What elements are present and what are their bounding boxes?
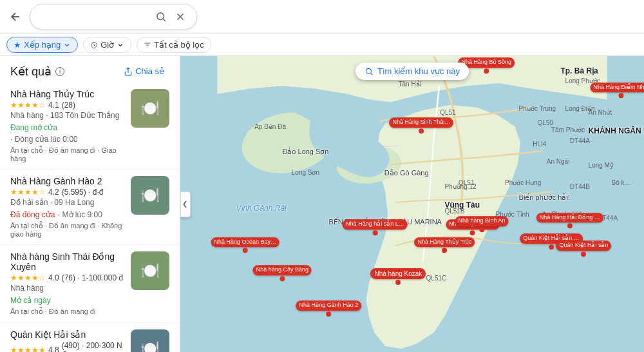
road-label: QL51 <box>440 109 455 116</box>
collapse-icon <box>183 200 188 208</box>
stars: ★★★★☆ <box>10 273 46 282</box>
pin-label: Nhà Hàng Sinh Thái… <box>389 117 453 128</box>
sort-icon: ★ <box>14 40 21 50</box>
all-filters-label: Tất cả bộ lọc <box>154 40 204 50</box>
collapse-sidebar-button[interactable] <box>180 191 191 217</box>
map-pin[interactable]: Nhà Hàng Thủy Trúc <box>414 237 475 253</box>
map-pin[interactable]: Nhà hàng Bình An <box>455 216 508 232</box>
map-pin[interactable]: Nhà Hàng Sinh Thái… <box>389 117 453 133</box>
review-count: (28) <box>62 101 75 110</box>
map-pin[interactable]: Nhà Hàng Điểm Nhớ <box>590 83 644 99</box>
pin-label: Nhà Hàng Thủy Trúc <box>414 237 475 248</box>
pin-dot <box>419 128 424 133</box>
map-pin[interactable]: Nhà Hàng hải sản L… <box>343 220 408 236</box>
road-label: Phước Trung <box>519 105 556 112</box>
back-button[interactable] <box>6 8 24 26</box>
result-tags: Ăn tại chỗ · Đồ ăn mang đi · Giao hàng <box>10 146 124 162</box>
result-item[interactable]: Nhà hàng Sinh Thái Đồng Xuyên ★★★★☆ 4.0 … <box>0 245 180 323</box>
result-image: 🍽️ <box>131 176 169 215</box>
review-count: (5.595) · đ·đ <box>62 188 104 197</box>
road-label: Tâm Phước <box>551 126 585 133</box>
road-label: Long Mỹ <box>589 162 614 169</box>
time-label: Giờ <box>100 40 114 50</box>
result-address: Nhà hàng · 183 Tôn Đức Thắng <box>10 111 124 120</box>
pin-dot <box>326 311 331 317</box>
clear-button[interactable] <box>172 8 189 25</box>
result-image: 🍽️ <box>131 251 169 290</box>
all-filters[interactable]: Tất cả bộ lọc <box>137 37 211 53</box>
road-label: An Ngãi <box>547 158 570 165</box>
pin-dot <box>279 276 285 281</box>
result-image: 🍽️ <box>131 329 169 352</box>
share-icon <box>124 67 133 76</box>
stars: ★★★★★ <box>10 346 46 352</box>
road-label: Tân Hải <box>398 81 421 88</box>
search-bar: Nhà hàng <box>0 0 644 34</box>
pin-dot <box>243 248 248 253</box>
road-label: QL50 <box>537 119 553 126</box>
place-label: KHÁNH NGÂN L... <box>589 126 644 135</box>
road-label: DT44A <box>570 137 590 144</box>
road-label: HLI4 <box>533 141 546 148</box>
search-icon-button[interactable] <box>153 8 169 25</box>
rating-value: 4.0 <box>48 273 59 282</box>
filter-bar: ★ Xếp hạng Giờ Tất cả bộ lọc <box>0 34 644 56</box>
filter-icon <box>144 41 151 49</box>
result-name: Nhà Hàng Thủy Trúc <box>10 89 124 99</box>
road-label: Phước Hưng <box>505 179 541 186</box>
time-filter[interactable]: Giờ <box>83 37 131 53</box>
map-area[interactable]: Tp. Bà RịaVũng TàuĐảo Long SơnĐảo Gò Gàn… <box>180 56 644 352</box>
rating-value: 4.1 <box>48 101 59 110</box>
share-button[interactable]: Chia sẻ <box>118 64 169 79</box>
result-item[interactable]: Quán Kiệt Hải sản ★★★★★ 4.8 (490) · 200-… <box>0 323 180 352</box>
map-pin[interactable]: Nhà Hàng Gành Hào 2 <box>296 300 362 317</box>
svg-point-10 <box>366 68 371 73</box>
map-pin[interactable]: Nhà Hàng Ocean Bay… <box>211 237 280 253</box>
result-item[interactable]: Nhà Hàng Gành Hào 2 ★★★★☆ 4.2 (5.595) · … <box>0 170 180 245</box>
result-rating: ★★★★☆ 4.2 (5.595) · đ·đ <box>10 188 124 197</box>
rating-value: 4.2 <box>48 188 59 197</box>
status-text: Đã đóng cửa <box>10 210 55 219</box>
sort-filter[interactable]: ★ Xếp hạng <box>6 37 78 53</box>
sort-chevron-icon <box>63 41 71 49</box>
results-title: Kết quả i <box>10 64 64 79</box>
pin-dot <box>442 248 447 253</box>
road-label: An Nhứt <box>589 109 612 116</box>
place-label: Tp. Bà Rịa <box>560 66 598 75</box>
map-pin[interactable]: Nhà Hàng Hải Đồng … <box>536 213 603 229</box>
result-status: Đã đóng cửa · Mở lúc 9:00 <box>10 208 124 220</box>
map-pin[interactable]: Nhà hàng Kozak <box>370 268 426 285</box>
result-info: Quán Kiệt Hải sản ★★★★★ 4.8 (490) · 200-… <box>10 329 124 352</box>
search-input[interactable]: Nhà hàng <box>38 12 153 22</box>
road-label: QL51C <box>426 275 447 282</box>
result-info: Nhà Hàng Gành Hào 2 ★★★★☆ 4.2 (5.595) · … <box>10 176 124 238</box>
result-address: Nhà hàng <box>10 284 124 293</box>
pin-dot <box>567 224 573 229</box>
sidebar: Kết quả i Chia sẻ Nhà Hàng Thủy Trúc ★★★… <box>0 56 180 352</box>
place-label: Đảo Gò Gàng <box>384 169 429 177</box>
result-item[interactable]: Nhà Hàng Thủy Trúc ★★★★☆ 4.1 (28) Nhà hà… <box>0 83 180 170</box>
result-info: Nhà hàng Sinh Thái Đồng Xuyên ★★★★☆ 4.0 … <box>10 251 124 316</box>
result-name: Nhà Hàng Gành Hào 2 <box>10 176 124 186</box>
result-address: Đồ hải sản · 09 Ha Long <box>10 198 124 207</box>
pin-label: Nhà Hàng hải sản L… <box>343 220 408 230</box>
info-icon[interactable]: i <box>55 67 64 76</box>
clock-icon <box>90 41 98 49</box>
place-label: Vịnh Gành Rái <box>236 204 286 213</box>
pin-dot <box>618 93 623 99</box>
sort-label: Xếp hạng <box>24 40 61 50</box>
result-status: Mở cả ngày <box>10 294 124 306</box>
pin-label: Nhà hàng Bình An <box>455 216 508 226</box>
results-list: Nhà Hàng Thủy Trúc ★★★★☆ 4.1 (28) Nhà hà… <box>0 83 180 352</box>
map-pin[interactable]: Quán Kiệt Hải sản <box>556 241 611 257</box>
map-pin[interactable]: Nhà hàng Cây Bàng <box>253 266 312 282</box>
search-area-button[interactable]: Tìm kiếm khu vực này <box>355 63 469 80</box>
search-area-label: Tìm kiếm khu vực này <box>377 66 460 76</box>
result-name: Nhà hàng Sinh Thái Đồng Xuyên <box>10 251 124 272</box>
pin-label: Nhà Hàng Gành Hào 2 <box>296 300 362 311</box>
result-rating: ★★★★☆ 4.0 (76) · 1-100.000 đ <box>10 273 124 282</box>
pin-dot <box>581 251 586 257</box>
result-image: 🍽️ <box>131 89 169 128</box>
rating-value: 4.8 <box>48 346 59 352</box>
status-text: Đang mở cửa <box>10 123 57 132</box>
